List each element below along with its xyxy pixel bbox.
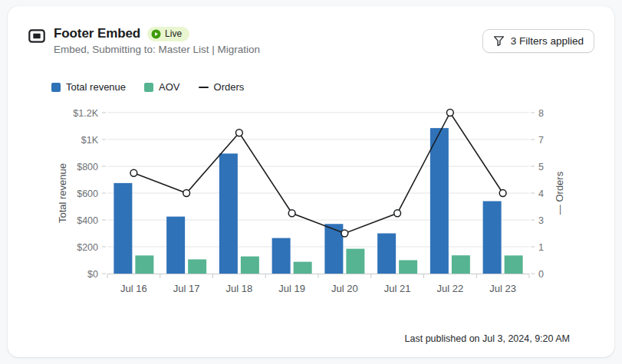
orders-point[interactable] (446, 110, 453, 116)
left-axis-title: Total revenue (57, 163, 68, 223)
card-header: Footer Embed Live Embed, Submitting to: … (8, 6, 614, 55)
orders-point[interactable] (130, 169, 137, 176)
right-axis-tick-label: 4 (538, 189, 544, 199)
x-axis-category-label: Jul 23 (489, 283, 516, 294)
bar-aov[interactable] (294, 262, 312, 274)
x-axis-category-label: Jul 18 (226, 283, 253, 294)
left-axis-tick-label: $400 (77, 215, 98, 226)
filter-funnel-icon (493, 35, 505, 47)
bar-total-revenue[interactable] (114, 183, 132, 274)
right-axis-tick-label: 7 (538, 135, 544, 146)
left-axis-tick-label: $1K (81, 135, 99, 146)
x-axis-category-label: Jul 22 (437, 283, 464, 294)
live-play-icon (151, 29, 161, 39)
orders-point[interactable] (341, 230, 348, 237)
left-axis-tick-label: $200 (77, 242, 98, 253)
bar-total-revenue[interactable] (166, 217, 185, 274)
filters-applied-button[interactable]: 3 Filters applied (482, 29, 594, 53)
right-axis-tick-label: 3 (538, 215, 544, 226)
left-axis-tick-label: $800 (77, 162, 98, 172)
legend-item-orders[interactable]: Orders (199, 81, 245, 93)
chart-legend: Total revenueAOVOrders (51, 81, 614, 93)
bar-total-revenue[interactable] (377, 234, 396, 274)
x-axis-category-label: Jul 20 (331, 283, 358, 294)
x-axis-category-label: Jul 19 (278, 283, 305, 294)
right-axis-tick-label: 5 (538, 162, 544, 172)
orders-point[interactable] (183, 190, 190, 197)
legend-item-aov[interactable]: AOV (144, 81, 179, 93)
analytics-card: Footer Embed Live Embed, Submitting to: … (8, 6, 614, 357)
legend-label: Orders (214, 81, 245, 93)
left-axis-tick-label: $600 (77, 189, 98, 199)
page-title: Footer Embed (54, 26, 140, 41)
bar-total-revenue[interactable] (483, 202, 502, 274)
status-badge-label: Live (165, 28, 182, 40)
orders-point[interactable] (235, 130, 242, 136)
bar-total-revenue[interactable] (219, 153, 238, 274)
bar-aov[interactable] (452, 255, 470, 274)
status-badge: Live (147, 27, 189, 41)
orders-point[interactable] (288, 210, 295, 217)
legend-swatch-total-revenue (51, 83, 61, 92)
legend-label: Total revenue (66, 81, 126, 93)
bar-total-revenue[interactable] (430, 128, 449, 274)
x-axis-category-label: Jul 21 (384, 283, 411, 294)
bar-aov[interactable] (135, 255, 153, 274)
bar-aov[interactable] (346, 249, 364, 274)
left-axis-tick-label: $0 (87, 269, 98, 280)
bar-aov[interactable] (505, 255, 523, 274)
last-published-note: Last published on Jul 3, 2024, 9:20 AM (405, 333, 570, 344)
right-axis-tick-label: 1 (538, 242, 544, 253)
left-axis-tick-label: $1.2K (73, 108, 98, 119)
bar-aov[interactable] (399, 261, 417, 274)
subtitle: Embed, Submitting to: Master List | Migr… (54, 44, 260, 55)
orders-point[interactable] (499, 190, 506, 197)
legend-item-total-revenue[interactable]: Total revenue (51, 81, 126, 93)
legend-swatch-aov (144, 83, 153, 92)
combo-chart: $00$2001$4003$6004$8005$1K7$1.2K8Jul 16J… (31, 100, 580, 301)
x-axis-category-label: Jul 17 (173, 283, 200, 294)
legend-swatch-orders (199, 87, 209, 88)
orders-point[interactable] (394, 210, 401, 217)
right-axis-tick-label: 8 (538, 108, 544, 119)
filters-applied-label: 3 Filters applied (511, 35, 584, 47)
bar-aov[interactable] (241, 257, 259, 274)
bar-total-revenue[interactable] (272, 238, 291, 274)
footer-embed-icon (28, 29, 45, 55)
x-axis-category-label: Jul 16 (120, 283, 147, 294)
legend-label: AOV (159, 81, 179, 93)
right-axis-title: — Orders (554, 171, 565, 215)
right-axis-tick-label: 0 (538, 269, 544, 280)
bar-aov[interactable] (188, 259, 206, 274)
